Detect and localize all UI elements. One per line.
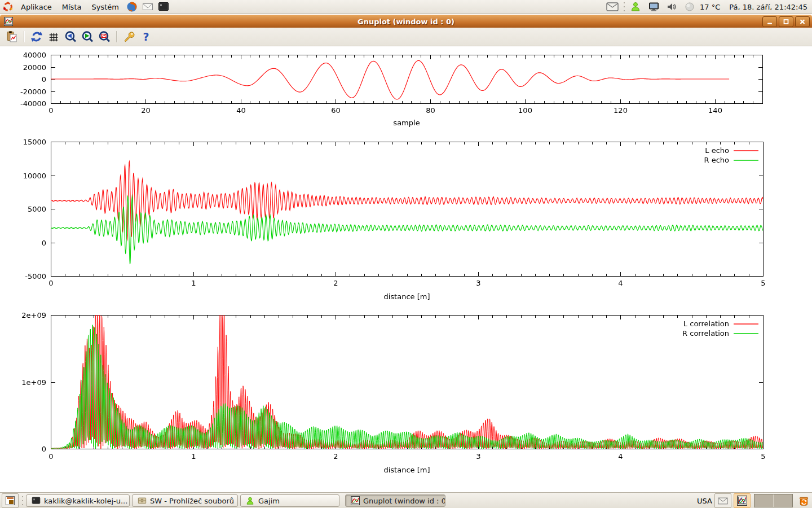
copy-icon[interactable] bbox=[5, 29, 19, 44]
gnuplot-plot-canvas[interactable] bbox=[1, 46, 811, 491]
replot-icon[interactable] bbox=[29, 29, 44, 44]
task-file-manager[interactable]: SW - Prohlížeč souborů bbox=[132, 494, 238, 507]
terminal-icon[interactable] bbox=[157, 1, 170, 13]
temperature-label: 17 °C bbox=[700, 3, 720, 11]
task-label: Gajim bbox=[258, 497, 280, 505]
remote-desktop-icon[interactable] bbox=[647, 1, 660, 13]
workspace-switcher[interactable] bbox=[754, 494, 793, 507]
options-icon[interactable] bbox=[122, 29, 136, 44]
tray-handle[interactable] bbox=[623, 2, 625, 12]
mail-tray-button[interactable] bbox=[714, 493, 731, 508]
trash-icon[interactable] bbox=[795, 494, 812, 507]
top-panel: Aplikace Místa Systém bbox=[0, 0, 812, 14]
show-desktop-button[interactable] bbox=[2, 493, 19, 508]
file-manager-icon bbox=[137, 496, 147, 506]
gnuplot-window-icon[interactable] bbox=[2, 15, 15, 28]
toolbar: ? bbox=[0, 28, 812, 46]
workspace-1[interactable] bbox=[754, 494, 773, 507]
desktop: Aplikace Místa Systém bbox=[0, 0, 812, 508]
close-button[interactable] bbox=[795, 16, 810, 27]
weather-icon[interactable] bbox=[683, 1, 696, 13]
gnuplot-windowlist-button[interactable] bbox=[734, 493, 751, 508]
help-icon[interactable]: ? bbox=[139, 29, 153, 44]
gnuplot-window: Gnuplot (window id : 0) bbox=[0, 15, 812, 491]
unzoom-icon[interactable] bbox=[97, 29, 112, 44]
titlebar[interactable]: Gnuplot (window id : 0) bbox=[0, 15, 812, 28]
maximize-button[interactable] bbox=[779, 16, 793, 27]
keyboard-layout[interactable]: USA bbox=[697, 497, 712, 505]
task-terminal[interactable]: kaklik@kaklik-kolej-u... bbox=[26, 494, 130, 507]
gajim-icon bbox=[245, 496, 255, 506]
terminal-icon bbox=[31, 496, 41, 506]
task-gnuplot[interactable]: Gnuplot (window id : 0) bbox=[345, 494, 445, 507]
firefox-icon[interactable] bbox=[126, 1, 138, 13]
task-label: Gnuplot (window id : 0) bbox=[363, 497, 445, 505]
menu-mista[interactable]: Místa bbox=[57, 0, 87, 14]
volume-icon[interactable] bbox=[665, 1, 678, 13]
tray-mail-icon[interactable] bbox=[606, 1, 619, 13]
taskbar-handle[interactable] bbox=[21, 496, 24, 506]
gajim-tray-icon[interactable] bbox=[629, 1, 642, 13]
window-title: Gnuplot (window id : 0) bbox=[0, 17, 812, 26]
gnuplot-icon bbox=[350, 496, 360, 506]
clock-label[interactable]: Pá, 18. září, 21:42:45 bbox=[729, 3, 807, 11]
minimize-button[interactable] bbox=[762, 16, 777, 27]
mail-icon[interactable] bbox=[142, 1, 154, 13]
task-label: kaklik@kaklik-kolej-u... bbox=[44, 497, 127, 505]
menu-system[interactable]: Systém bbox=[86, 0, 123, 14]
zoom-next-icon[interactable] bbox=[80, 29, 95, 44]
ubuntu-logo-icon[interactable] bbox=[2, 1, 14, 13]
zoom-previous-icon[interactable] bbox=[63, 29, 78, 44]
taskbar: kaklik@kaklik-kolej-u... SW - Prohlížeč … bbox=[0, 492, 812, 508]
workspace-2[interactable] bbox=[773, 494, 792, 507]
task-gajim[interactable]: Gajim bbox=[240, 494, 339, 507]
grid-icon[interactable] bbox=[46, 29, 61, 44]
menu-aplikace[interactable]: Aplikace bbox=[16, 0, 57, 14]
system-tray: 17 °C Pá, 18. září, 21:42:45 bbox=[604, 1, 812, 13]
task-label: SW - Prohlížeč souborů bbox=[150, 497, 234, 505]
